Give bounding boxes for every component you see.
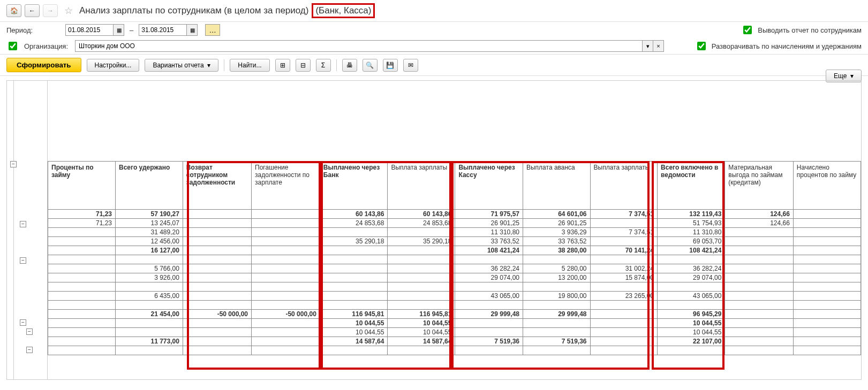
table-row[interactable]: 12 456,0035 290,1835 290,1833 763,5233 7… — [48, 237, 861, 246]
table-row[interactable]: 10 044,5510 044,5510 044,55 — [48, 328, 861, 337]
favorite-star-icon[interactable]: ☆ — [61, 5, 76, 17]
cell — [116, 328, 183, 337]
table-row[interactable]: 71,2357 190,2760 143,8660 143,8671 975,5… — [48, 210, 861, 219]
period-from-input[interactable] — [65, 24, 114, 36]
sum-icon[interactable]: Σ — [316, 59, 331, 72]
cell — [320, 255, 388, 264]
cell — [183, 292, 251, 301]
cell — [252, 301, 320, 310]
cell — [388, 282, 455, 292]
column-header: Погашение задолженности по зарплате — [252, 162, 320, 210]
cell — [388, 255, 455, 264]
cell: 7 374,51 — [590, 210, 658, 219]
by-employees-checkbox[interactable] — [743, 26, 752, 34]
cell: 31 489,20 — [116, 228, 183, 237]
cell — [793, 228, 861, 237]
cell — [455, 282, 523, 292]
cell — [455, 319, 523, 328]
table-row[interactable]: 6 435,0043 065,0019 800,0023 265,0043 06… — [48, 292, 861, 301]
table-row[interactable] — [48, 346, 861, 355]
cell: 60 143,86 — [388, 210, 455, 219]
table-row[interactable]: 5 766,0036 282,245 280,0031 002,2436 282… — [48, 264, 861, 273]
org-input[interactable] — [75, 40, 643, 52]
cell: 10 044,55 — [658, 328, 725, 337]
cell: 29 999,48 — [455, 310, 523, 319]
table-row[interactable]: 71,2313 245,0724 853,6824 853,6826 901,2… — [48, 219, 861, 228]
cell — [252, 273, 320, 282]
calendar-to-icon[interactable]: ▦ — [187, 24, 198, 36]
cell: 124,66 — [725, 210, 794, 219]
report-grid[interactable]: − − − − − − Проценты по займуВсего удерж… — [6, 80, 862, 380]
table-row[interactable]: 16 127,00108 421,2438 280,0070 141,24108… — [48, 246, 861, 255]
cell — [320, 346, 388, 355]
cell — [455, 346, 523, 355]
cell: 35 290,18 — [388, 237, 455, 246]
collapse-all-icon[interactable]: ⊟ — [296, 59, 311, 72]
cell — [183, 282, 251, 292]
table-row[interactable] — [48, 255, 861, 264]
cell — [725, 246, 794, 255]
expand-all-icon[interactable]: ⊞ — [275, 59, 290, 72]
table-row[interactable]: 3 926,0029 074,0013 200,0015 874,0029 07… — [48, 273, 861, 282]
cell: 38 280,00 — [523, 246, 590, 255]
table-row[interactable]: 31 489,2011 310,803 936,297 374,5111 310… — [48, 228, 861, 237]
tree-toggle[interactable]: − — [26, 328, 33, 335]
column-header: Возврат сотрудником задолженности — [183, 162, 251, 210]
cell: 26 901,25 — [455, 219, 523, 228]
save-icon[interactable]: 💾 — [383, 59, 398, 72]
preview-icon[interactable]: 🔍 — [363, 59, 378, 72]
settings-button[interactable]: Настройки... — [87, 59, 140, 72]
variants-button[interactable]: Варианты отчета ▾ — [145, 59, 218, 72]
table-row[interactable]: 21 454,00-50 000,00-50 000,00116 945,811… — [48, 310, 861, 319]
find-button[interactable]: Найти... — [230, 59, 269, 72]
cell — [523, 282, 590, 292]
cell: 31 002,24 — [590, 264, 658, 273]
forward-button[interactable]: → — [43, 4, 58, 17]
cell — [725, 346, 794, 355]
home-button[interactable]: 🏠 — [6, 4, 21, 17]
back-button[interactable]: ← — [25, 4, 40, 17]
org-clear-button[interactable]: × — [653, 40, 664, 52]
expand-checkbox[interactable] — [697, 42, 706, 50]
cell — [388, 292, 455, 301]
cell — [48, 310, 116, 319]
cell — [183, 319, 251, 328]
period-to-input[interactable] — [139, 24, 187, 36]
cell — [725, 337, 794, 346]
separator — [224, 59, 224, 71]
tree-toggle[interactable]: − — [20, 319, 26, 326]
column-header: Проценты по займу — [48, 162, 116, 210]
column-header: Выплата зарплаты — [590, 162, 658, 210]
tree-toggle[interactable]: − — [20, 221, 26, 227]
tree-toggle[interactable]: − — [10, 161, 17, 167]
org-dropdown-button[interactable]: ▾ — [643, 40, 653, 52]
table-row[interactable] — [48, 282, 861, 292]
tree-toggle[interactable]: − — [20, 257, 26, 264]
cell — [252, 337, 320, 346]
cell: 13 245,07 — [116, 219, 183, 228]
cell: 6 435,00 — [116, 292, 183, 301]
email-icon[interactable]: ✉ — [403, 59, 418, 72]
calendar-from-icon[interactable]: ▦ — [114, 24, 124, 36]
table-row[interactable]: 10 044,5510 044,5510 044,55 — [48, 319, 861, 328]
cell — [658, 301, 725, 310]
cell: 71,23 — [48, 210, 116, 219]
org-checkbox[interactable] — [9, 42, 17, 50]
cell — [725, 292, 794, 301]
cell — [183, 337, 251, 346]
cell — [116, 346, 183, 355]
cell — [183, 301, 251, 310]
cell: 5 280,00 — [523, 264, 590, 273]
cell — [183, 328, 251, 337]
table-row[interactable] — [48, 301, 861, 310]
period-label: Период: — [6, 26, 60, 34]
cell — [320, 264, 388, 273]
print-icon[interactable]: 🖶 — [342, 59, 357, 72]
form-button[interactable]: Сформировать — [6, 58, 81, 72]
cell: 12 456,00 — [116, 237, 183, 246]
table-row[interactable]: 11 773,0014 587,6414 587,647 519,367 519… — [48, 337, 861, 346]
cell — [48, 346, 116, 355]
tree-toggle[interactable]: − — [26, 347, 33, 353]
cell — [183, 228, 251, 237]
period-select-button[interactable]: … — [205, 24, 220, 36]
